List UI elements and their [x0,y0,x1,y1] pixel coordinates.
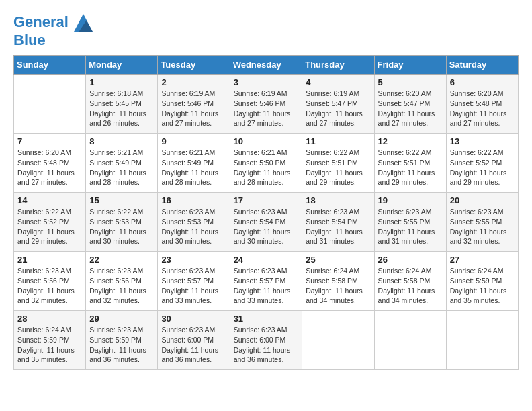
days-of-week-row: SundayMondayTuesdayWednesdayThursdayFrid… [14,56,519,75]
calendar-cell: 28Sunrise: 6:24 AMSunset: 5:59 PMDayligh… [14,311,86,370]
calendar-cell: 9Sunrise: 6:21 AMSunset: 5:49 PMDaylight… [158,134,230,193]
day-number: 21 [17,255,82,265]
day-number: 12 [378,136,443,146]
day-number: 2 [161,77,226,87]
page-header: General Blue [13,13,519,48]
calendar-cell [14,75,86,134]
day-info: Sunrise: 6:23 AMSunset: 5:55 PMDaylight:… [450,207,515,246]
day-number: 10 [234,136,299,146]
week-row-1: 1Sunrise: 6:18 AMSunset: 5:45 PMDaylight… [14,75,519,134]
calendar-cell: 2Sunrise: 6:19 AMSunset: 5:46 PMDaylight… [158,75,230,134]
calendar-cell: 1Sunrise: 6:18 AMSunset: 5:45 PMDaylight… [86,75,158,134]
day-number: 8 [89,136,154,146]
day-number: 7 [17,136,82,146]
day-info: Sunrise: 6:23 AMSunset: 5:54 PMDaylight:… [306,207,370,246]
dow-header-sunday: Sunday [14,56,86,75]
day-number: 29 [89,314,154,324]
day-number: 4 [306,77,370,87]
calendar-cell [446,311,518,370]
dow-header-wednesday: Wednesday [230,56,302,75]
day-number: 6 [450,77,515,87]
day-info: Sunrise: 6:20 AMSunset: 5:47 PMDaylight:… [378,89,443,128]
calendar-cell: 14Sunrise: 6:22 AMSunset: 5:52 PMDayligh… [14,193,86,252]
calendar-cell: 8Sunrise: 6:21 AMSunset: 5:49 PMDaylight… [86,134,158,193]
day-info: Sunrise: 6:24 AMSunset: 5:58 PMDaylight:… [306,266,370,306]
day-number: 20 [450,195,515,205]
calendar-cell [374,311,446,370]
day-info: Sunrise: 6:23 AMSunset: 5:55 PMDaylight:… [378,207,443,246]
calendar-cell [302,311,374,370]
calendar-cell: 13Sunrise: 6:22 AMSunset: 5:52 PMDayligh… [446,134,518,193]
day-number: 1 [89,77,154,87]
day-info: Sunrise: 6:20 AMSunset: 5:48 PMDaylight:… [450,89,515,128]
day-number: 13 [450,136,515,146]
day-number: 23 [161,255,226,265]
calendar-cell: 11Sunrise: 6:22 AMSunset: 5:51 PMDayligh… [302,134,374,193]
logo: General Blue [13,13,93,48]
day-info: Sunrise: 6:23 AMSunset: 5:54 PMDaylight:… [234,207,299,246]
calendar-cell: 19Sunrise: 6:23 AMSunset: 5:55 PMDayligh… [374,193,446,252]
day-info: Sunrise: 6:23 AMSunset: 5:59 PMDaylight:… [89,325,154,365]
day-info: Sunrise: 6:23 AMSunset: 5:53 PMDaylight:… [161,207,226,246]
day-info: Sunrise: 6:22 AMSunset: 5:51 PMDaylight:… [306,148,370,187]
calendar-table: SundayMondayTuesdayWednesdayThursdayFrid… [13,55,519,370]
day-number: 31 [234,314,299,324]
dow-header-saturday: Saturday [446,56,518,75]
dow-header-friday: Friday [374,56,446,75]
calendar-cell: 16Sunrise: 6:23 AMSunset: 5:53 PMDayligh… [158,193,230,252]
calendar-cell: 7Sunrise: 6:20 AMSunset: 5:48 PMDaylight… [14,134,86,193]
day-number: 19 [378,195,443,205]
day-number: 17 [234,195,299,205]
day-info: Sunrise: 6:22 AMSunset: 5:51 PMDaylight:… [378,148,443,187]
day-info: Sunrise: 6:19 AMSunset: 5:47 PMDaylight:… [306,89,370,128]
calendar-cell: 20Sunrise: 6:23 AMSunset: 5:55 PMDayligh… [446,193,518,252]
day-number: 27 [450,255,515,265]
calendar-cell: 3Sunrise: 6:19 AMSunset: 5:46 PMDaylight… [230,75,302,134]
calendar-cell: 31Sunrise: 6:23 AMSunset: 6:00 PMDayligh… [230,311,302,370]
day-info: Sunrise: 6:24 AMSunset: 5:59 PMDaylight:… [450,266,515,306]
day-number: 24 [234,255,299,265]
calendar-cell: 6Sunrise: 6:20 AMSunset: 5:48 PMDaylight… [446,75,518,134]
calendar-cell: 5Sunrise: 6:20 AMSunset: 5:47 PMDaylight… [374,75,446,134]
day-info: Sunrise: 6:22 AMSunset: 5:53 PMDaylight:… [89,207,154,246]
dow-header-monday: Monday [86,56,158,75]
calendar-cell: 26Sunrise: 6:24 AMSunset: 5:58 PMDayligh… [374,252,446,311]
calendar-cell: 30Sunrise: 6:23 AMSunset: 6:00 PMDayligh… [158,311,230,370]
calendar-cell: 27Sunrise: 6:24 AMSunset: 5:59 PMDayligh… [446,252,518,311]
day-number: 30 [161,314,226,324]
day-info: Sunrise: 6:24 AMSunset: 5:58 PMDaylight:… [378,266,443,306]
dow-header-thursday: Thursday [302,56,374,75]
day-info: Sunrise: 6:23 AMSunset: 5:57 PMDaylight:… [234,266,299,306]
day-number: 5 [378,77,443,87]
calendar-cell: 17Sunrise: 6:23 AMSunset: 5:54 PMDayligh… [230,193,302,252]
day-info: Sunrise: 6:23 AMSunset: 6:00 PMDaylight:… [161,325,226,365]
day-number: 9 [161,136,226,146]
day-number: 22 [89,255,154,265]
logo-text: General [13,13,93,32]
calendar-body: 1Sunrise: 6:18 AMSunset: 5:45 PMDaylight… [14,75,519,370]
day-number: 3 [234,77,299,87]
calendar-cell: 24Sunrise: 6:23 AMSunset: 5:57 PMDayligh… [230,252,302,311]
calendar-cell: 22Sunrise: 6:23 AMSunset: 5:56 PMDayligh… [86,252,158,311]
day-info: Sunrise: 6:22 AMSunset: 5:52 PMDaylight:… [450,148,515,187]
day-number: 16 [161,195,226,205]
day-number: 28 [17,314,82,324]
calendar-cell: 12Sunrise: 6:22 AMSunset: 5:51 PMDayligh… [374,134,446,193]
week-row-3: 14Sunrise: 6:22 AMSunset: 5:52 PMDayligh… [14,193,519,252]
calendar-cell: 23Sunrise: 6:23 AMSunset: 5:57 PMDayligh… [158,252,230,311]
day-number: 11 [306,136,370,146]
dow-header-tuesday: Tuesday [158,56,230,75]
day-number: 26 [378,255,443,265]
calendar-cell: 21Sunrise: 6:23 AMSunset: 5:56 PMDayligh… [14,252,86,311]
day-info: Sunrise: 6:23 AMSunset: 5:56 PMDaylight:… [89,266,154,306]
day-info: Sunrise: 6:18 AMSunset: 5:45 PMDaylight:… [89,89,154,128]
calendar-cell: 29Sunrise: 6:23 AMSunset: 5:59 PMDayligh… [86,311,158,370]
day-number: 25 [306,255,370,265]
day-info: Sunrise: 6:23 AMSunset: 5:56 PMDaylight:… [17,266,82,306]
day-number: 14 [17,195,82,205]
day-info: Sunrise: 6:20 AMSunset: 5:48 PMDaylight:… [17,148,82,187]
day-info: Sunrise: 6:19 AMSunset: 5:46 PMDaylight:… [161,89,226,128]
day-info: Sunrise: 6:21 AMSunset: 5:49 PMDaylight:… [161,148,226,187]
day-info: Sunrise: 6:23 AMSunset: 5:57 PMDaylight:… [161,266,226,306]
day-info: Sunrise: 6:19 AMSunset: 5:46 PMDaylight:… [234,89,299,128]
